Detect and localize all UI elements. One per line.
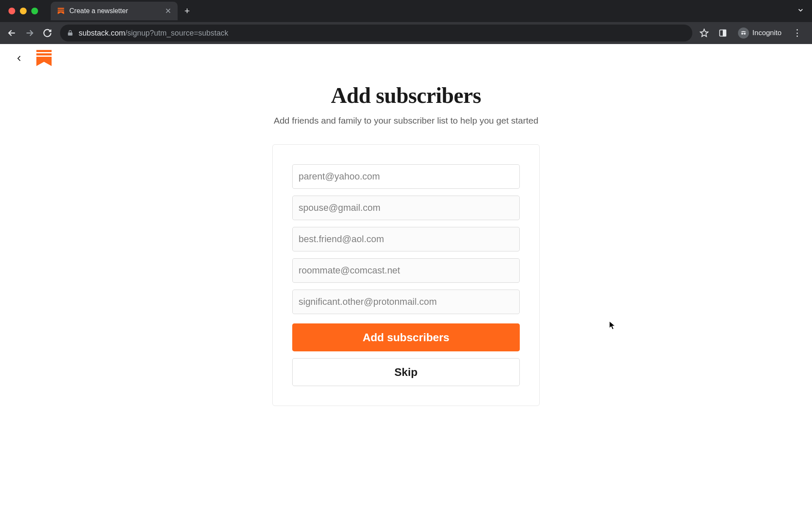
window-minimize-icon[interactable] bbox=[20, 8, 27, 14]
new-tab-button[interactable]: + bbox=[178, 6, 197, 17]
incognito-icon bbox=[738, 28, 749, 39]
url-text: substack.com/signup?utm_source=substack bbox=[79, 29, 228, 38]
page-title: Add subscribers bbox=[331, 83, 481, 108]
tab-strip: Create a newsletter ✕ + bbox=[0, 0, 812, 22]
window-maximize-icon[interactable] bbox=[31, 8, 38, 14]
email-input-2[interactable] bbox=[292, 196, 520, 220]
svg-marker-4 bbox=[700, 29, 708, 36]
email-input-3[interactable] bbox=[292, 227, 520, 251]
browser-menu-icon[interactable]: ⋮ bbox=[790, 28, 805, 39]
window-controls bbox=[5, 8, 44, 14]
email-input-5[interactable] bbox=[292, 290, 520, 314]
address-bar[interactable]: substack.com/signup?utm_source=substack bbox=[60, 25, 692, 41]
window-close-icon[interactable] bbox=[8, 8, 15, 14]
extensions-icon[interactable] bbox=[716, 26, 730, 40]
bookmark-star-icon[interactable] bbox=[697, 26, 711, 40]
browser-toolbar: substack.com/signup?utm_source=substack … bbox=[0, 22, 812, 44]
incognito-label: Incognito bbox=[752, 29, 782, 37]
svg-point-8 bbox=[744, 33, 746, 35]
page-body: Add subscribers Add friends and family t… bbox=[0, 44, 812, 508]
nav-forward-button[interactable] bbox=[22, 25, 37, 41]
svg-rect-6 bbox=[723, 30, 726, 36]
tab-close-icon[interactable]: ✕ bbox=[164, 6, 172, 16]
svg-rect-1 bbox=[58, 10, 64, 11]
subscriber-form-card: Add subscribers Skip bbox=[272, 144, 540, 406]
skip-button[interactable]: Skip bbox=[292, 358, 520, 386]
page-header bbox=[0, 44, 812, 73]
substack-logo-icon[interactable] bbox=[36, 50, 52, 67]
add-subscribers-button[interactable]: Add subscribers bbox=[292, 323, 520, 351]
page-subtitle: Add friends and family to your subscribe… bbox=[274, 116, 538, 126]
svg-point-7 bbox=[741, 33, 743, 35]
tab-title: Create a newsletter bbox=[69, 7, 160, 15]
tabs-dropdown-icon[interactable] bbox=[797, 8, 804, 15]
incognito-indicator[interactable]: Incognito bbox=[735, 26, 785, 40]
main-content: Add subscribers Add friends and family t… bbox=[0, 73, 812, 406]
email-input-1[interactable] bbox=[292, 164, 520, 189]
email-input-4[interactable] bbox=[292, 258, 520, 283]
browser-chrome: Create a newsletter ✕ + substack.com/sig… bbox=[0, 0, 812, 44]
substack-favicon-icon bbox=[57, 7, 65, 15]
browser-tab[interactable]: Create a newsletter ✕ bbox=[51, 2, 178, 20]
page-back-button[interactable] bbox=[12, 51, 26, 66]
lock-icon bbox=[67, 30, 74, 36]
svg-rect-0 bbox=[58, 8, 64, 9]
nav-reload-button[interactable] bbox=[40, 25, 55, 41]
nav-back-button[interactable] bbox=[4, 25, 19, 41]
